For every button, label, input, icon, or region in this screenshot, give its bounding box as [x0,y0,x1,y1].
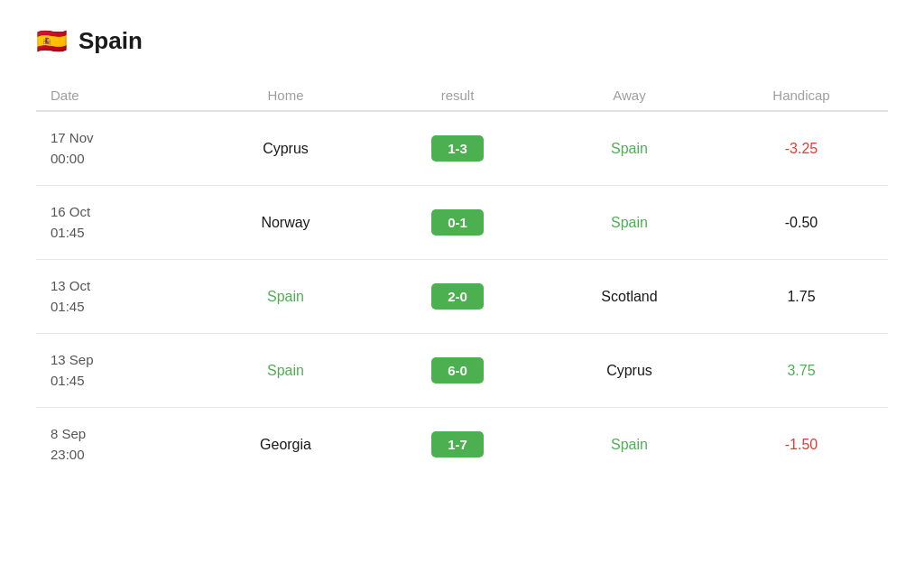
cell-result: 2-0 [385,283,530,310]
result-badge: 2-0 [431,283,484,310]
cell-home: Cyprus [186,141,385,157]
page-title: Spain [79,27,143,55]
header-away: Away [530,88,729,103]
page-container: 🇪🇸 Spain Date Home result Away Handicap … [36,27,888,481]
cell-home: Spain [186,363,385,379]
cell-away: Cyprus [530,363,729,379]
cell-handicap: -3.25 [729,141,873,157]
title-row: 🇪🇸 Spain [36,27,888,55]
cell-away: Spain [530,215,729,231]
cell-date: 17 Nov00:00 [51,128,186,169]
cell-result: 0-1 [385,209,530,236]
table-body: 17 Nov00:00Cyprus1-3Spain-3.2516 Oct01:4… [36,112,888,481]
table-row: 13 Sep01:45Spain6-0Cyprus3.75 [36,334,888,408]
cell-result: 1-3 [385,135,530,162]
cell-handicap: -0.50 [729,215,873,231]
cell-home: Georgia [186,437,385,453]
cell-date: 13 Oct01:45 [51,276,186,317]
cell-home: Spain [186,289,385,305]
header-date: Date [51,88,186,103]
header-result: result [385,88,530,103]
table-row: 16 Oct01:45Norway0-1Spain-0.50 [36,186,888,260]
cell-handicap: 1.75 [729,289,873,305]
cell-date: 13 Sep01:45 [51,350,186,391]
cell-home: Norway [186,215,385,231]
cell-away: Spain [530,437,729,453]
table-header: Date Home result Away Handicap [36,80,888,112]
cell-result: 1-7 [385,431,530,457]
result-badge: 0-1 [431,209,484,236]
flag-icon: 🇪🇸 [36,29,68,54]
result-badge: 1-7 [431,431,484,457]
header-home: Home [186,88,385,103]
cell-away: Spain [530,141,729,157]
cell-away: Scotland [530,289,729,305]
cell-date: 8 Sep23:00 [51,424,186,465]
result-badge: 6-0 [431,357,484,384]
table-row: 13 Oct01:45Spain2-0Scotland1.75 [36,260,888,334]
table-row: 17 Nov00:00Cyprus1-3Spain-3.25 [36,112,888,186]
cell-handicap: 3.75 [729,363,873,379]
result-badge: 1-3 [431,135,484,162]
table-row: 8 Sep23:00Georgia1-7Spain-1.50 [36,408,888,481]
results-table: Date Home result Away Handicap 17 Nov00:… [36,80,888,481]
header-handicap: Handicap [729,88,873,103]
cell-result: 6-0 [385,357,530,384]
cell-handicap: -1.50 [729,437,873,453]
cell-date: 16 Oct01:45 [51,202,186,243]
